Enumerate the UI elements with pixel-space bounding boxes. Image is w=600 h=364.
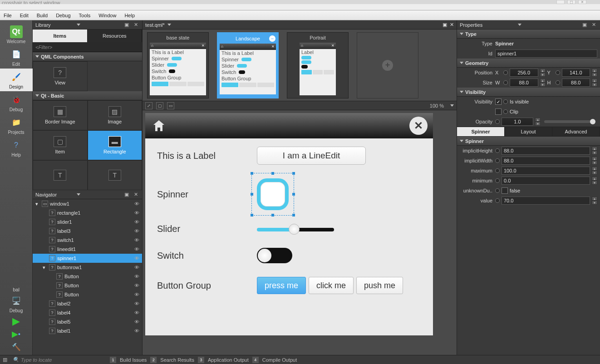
- snap-icon[interactable]: ⤢: [145, 102, 152, 109]
- state-add[interactable]: +: [357, 32, 418, 98]
- section-type[interactable]: Type: [457, 30, 600, 39]
- visibility-eye-icon[interactable]: 👁: [134, 210, 139, 216]
- section-visibility[interactable]: Visibility: [457, 88, 600, 97]
- menu-help[interactable]: Help: [124, 13, 135, 18]
- nav-item-label1[interactable]: ?label1👁: [33, 326, 142, 335]
- section-qml-components[interactable]: QML Components: [33, 52, 142, 61]
- y-stepper[interactable]: ▲▼: [592, 69, 597, 77]
- subtab-spinner[interactable]: Spinner: [457, 127, 505, 136]
- clip-checkbox[interactable]: [495, 108, 502, 115]
- visible-checkbox[interactable]: ✓: [495, 98, 502, 105]
- nav-item-spinner1[interactable]: ?spinner1👁: [33, 254, 142, 263]
- link-radio[interactable]: [556, 70, 560, 75]
- design-canvas[interactable]: ✕ This is a Label I am a LineEdit Spinne…: [145, 113, 433, 335]
- split-icon[interactable]: ▣: [443, 22, 447, 28]
- visibility-eye-icon[interactable]: 👁: [134, 228, 139, 234]
- opacity-slider[interactable]: [544, 120, 595, 123]
- visibility-eye-icon[interactable]: 👁: [134, 237, 139, 243]
- implicitWidth-input[interactable]: 88.0: [502, 157, 590, 165]
- nav-item-buttonrow1[interactable]: ▾?buttonrow1👁: [33, 263, 142, 272]
- library-item-view[interactable]: ? View: [33, 61, 88, 91]
- boundingrect-icon[interactable]: ▢: [156, 102, 163, 109]
- y-input[interactable]: 141.0: [562, 69, 590, 77]
- dropdown-icon[interactable]: [167, 24, 171, 26]
- mode-debug[interactable]: 🐞 Debug: [0, 91, 33, 114]
- visibility-eye-icon[interactable]: 👁: [134, 219, 139, 225]
- library-item-text2[interactable]: T: [88, 160, 143, 190]
- visibility-eye-icon[interactable]: 👁: [134, 310, 139, 315]
- maximum-input[interactable]: 100.0: [502, 167, 590, 175]
- run-button[interactable]: ▶: [0, 315, 33, 328]
- nav-item-Button[interactable]: ?Button👁: [33, 281, 142, 290]
- sidebar-toggle-icon[interactable]: ▥: [3, 357, 7, 363]
- tab-resources[interactable]: Resources: [88, 30, 143, 42]
- menu-file[interactable]: File: [4, 13, 12, 18]
- visibility-eye-icon[interactable]: 👁: [134, 292, 139, 297]
- status-build-issues[interactable]: Build Issues: [120, 357, 147, 363]
- value-input[interactable]: 70.0: [502, 197, 590, 205]
- visibility-eye-icon[interactable]: 👁: [134, 328, 139, 334]
- button-click-me[interactable]: click me: [309, 277, 354, 294]
- close-icon[interactable]: ✕: [132, 191, 139, 198]
- dropdown-icon[interactable]: [77, 24, 80, 26]
- nav-item-lineedit1[interactable]: ?lineedit1👁: [33, 245, 142, 254]
- w-input[interactable]: 88.0: [510, 79, 538, 87]
- x-input[interactable]: 256.0: [510, 69, 538, 77]
- nav-item-Button[interactable]: ?Button👁: [33, 272, 142, 281]
- nav-item-window1[interactable]: ▾▭window1👁: [33, 199, 142, 208]
- menu-build[interactable]: Build: [37, 13, 48, 18]
- maximize-button[interactable]: □: [567, 0, 575, 4]
- section-spinner[interactable]: Spinner: [457, 137, 600, 146]
- status-search-results[interactable]: Search Results: [160, 357, 194, 363]
- library-item-item[interactable]: ▢Item: [33, 130, 88, 160]
- close-icon[interactable]: ✕: [409, 117, 428, 135]
- x-stepper[interactable]: ▲▼: [540, 69, 546, 77]
- status-app-output[interactable]: Application Output: [208, 357, 249, 363]
- close-icon[interactable]: ✕: [132, 21, 139, 29]
- library-item-text[interactable]: T: [33, 160, 88, 190]
- section-geometry[interactable]: Geometry: [457, 59, 600, 68]
- dropdown-icon[interactable]: [77, 193, 80, 196]
- state-base[interactable]: base state ⌂✕ This is a Label Spinner Sl…: [147, 32, 209, 98]
- mode-projects[interactable]: 📁 Projects: [0, 114, 33, 137]
- mode-design[interactable]: 🖌️ Design: [0, 69, 33, 91]
- home-icon[interactable]: [151, 118, 167, 134]
- visibility-eye-icon[interactable]: 👁: [134, 274, 139, 279]
- nav-item-label5[interactable]: ?label5👁: [33, 317, 142, 326]
- nav-item-switch1[interactable]: ?switch1👁: [33, 236, 142, 245]
- spinner-control[interactable]: [257, 178, 289, 210]
- h-input[interactable]: 88.0: [562, 79, 590, 87]
- id-input[interactable]: spinner1: [495, 49, 597, 58]
- slider-control[interactable]: [257, 226, 334, 232]
- library-item-rectangle[interactable]: ▬Rectangle: [88, 130, 143, 160]
- visibility-eye-icon[interactable]: 👁: [134, 319, 139, 325]
- menu-edit[interactable]: Edit: [20, 13, 29, 18]
- menubar[interactable]: File Edit Build Debug Tools Window Help: [0, 10, 600, 20]
- nav-item-rectangle1[interactable]: ?rectangle1👁: [33, 208, 142, 217]
- button-push-me[interactable]: push me: [356, 277, 403, 294]
- mode-help[interactable]: ? Help: [0, 137, 33, 159]
- filter-input[interactable]: <Filter>: [33, 42, 142, 52]
- build-button[interactable]: 🔨: [0, 340, 33, 353]
- button-press-me[interactable]: press me: [257, 277, 306, 294]
- status-compile-output[interactable]: Compile Output: [262, 357, 297, 363]
- unknownDu..-checkbox[interactable]: [502, 187, 508, 194]
- menu-window[interactable]: Window: [98, 13, 116, 18]
- tab-items[interactable]: Items: [33, 30, 88, 42]
- minimum-input[interactable]: 0.0: [502, 177, 590, 185]
- nav-item-label4[interactable]: ?label4👁: [33, 308, 142, 317]
- split-icon[interactable]: ▣: [581, 21, 588, 29]
- close-icon[interactable]: ✕: [590, 21, 597, 29]
- locator-input[interactable]: 🔍 Type to locate: [11, 357, 106, 363]
- library-item-image[interactable]: ▨Image: [88, 100, 143, 130]
- dropdown-icon[interactable]: [518, 24, 521, 26]
- file-tab[interactable]: test.qml*: [145, 22, 165, 28]
- zoom-level[interactable]: 100 %: [430, 103, 444, 108]
- minimize-button[interactable]: _: [556, 0, 565, 4]
- run-debug-button[interactable]: ▶●: [0, 328, 33, 340]
- menu-debug[interactable]: Debug: [56, 13, 70, 18]
- subtab-layout[interactable]: Layout: [505, 127, 552, 136]
- link-radio[interactable]: [503, 70, 508, 75]
- library-item-borderimage[interactable]: ▦Border Image: [33, 100, 88, 130]
- mode-edit[interactable]: 📄 Edit: [0, 46, 33, 69]
